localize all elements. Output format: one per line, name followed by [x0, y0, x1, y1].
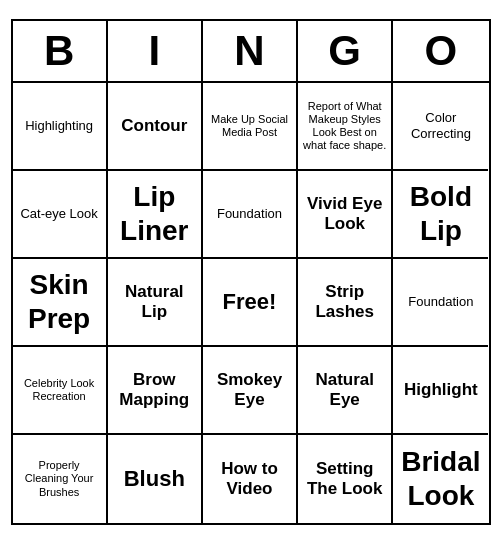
bingo-header: BINGO [13, 21, 489, 83]
cell-label: Smokey Eye [207, 370, 292, 411]
cell-label: Bold Lip [397, 180, 484, 247]
bingo-cell-20: Properly Cleaning Your Brushes [13, 435, 108, 523]
cell-label: Highlighting [25, 118, 93, 134]
bingo-cell-19: Highlight [393, 347, 488, 435]
bingo-cell-6: Lip Liner [108, 171, 203, 259]
bingo-letter-i: I [108, 21, 203, 81]
cell-label: How to Video [207, 459, 292, 500]
cell-label: Free! [223, 289, 277, 315]
bingo-cell-5: Cat-eye Look [13, 171, 108, 259]
cell-label: Make Up Social Media Post [207, 113, 292, 139]
bingo-letter-o: O [393, 21, 488, 81]
bingo-card: BINGO HighlightingContourMake Up Social … [11, 19, 491, 525]
bingo-cell-23: Setting The Look [298, 435, 393, 523]
bingo-cell-17: Smokey Eye [203, 347, 298, 435]
bingo-cell-2: Make Up Social Media Post [203, 83, 298, 171]
cell-label: Bridal Look [397, 445, 484, 512]
cell-label: Foundation [217, 206, 282, 222]
bingo-cell-14: Foundation [393, 259, 488, 347]
cell-label: Report of What Makeup Styles Look Best o… [302, 100, 387, 153]
bingo-cell-16: Brow Mapping [108, 347, 203, 435]
bingo-cell-3: Report of What Makeup Styles Look Best o… [298, 83, 393, 171]
bingo-cell-22: How to Video [203, 435, 298, 523]
bingo-cell-9: Bold Lip [393, 171, 488, 259]
bingo-cell-7: Foundation [203, 171, 298, 259]
cell-label: Celebrity Look Recreation [17, 377, 102, 403]
bingo-cell-15: Celebrity Look Recreation [13, 347, 108, 435]
bingo-cell-12: Free! [203, 259, 298, 347]
cell-label: Highlight [404, 380, 478, 400]
bingo-cell-8: Vivid Eye Look [298, 171, 393, 259]
bingo-cell-13: Strip Lashes [298, 259, 393, 347]
cell-label: Setting The Look [302, 459, 387, 500]
cell-label: Vivid Eye Look [302, 194, 387, 235]
cell-label: Contour [121, 116, 187, 136]
bingo-cell-18: Natural Eye [298, 347, 393, 435]
bingo-letter-g: G [298, 21, 393, 81]
bingo-cell-4: Color Correcting [393, 83, 488, 171]
cell-label: Lip Liner [112, 180, 197, 247]
bingo-letter-n: N [203, 21, 298, 81]
cell-label: Blush [124, 466, 185, 492]
bingo-cell-10: Skin Prep [13, 259, 108, 347]
cell-label: Strip Lashes [302, 282, 387, 323]
bingo-cell-21: Blush [108, 435, 203, 523]
bingo-grid: HighlightingContourMake Up Social Media … [13, 83, 489, 523]
cell-label: Skin Prep [17, 268, 102, 335]
bingo-cell-24: Bridal Look [393, 435, 488, 523]
cell-label: Foundation [408, 294, 473, 310]
bingo-letter-b: B [13, 21, 108, 81]
bingo-cell-1: Contour [108, 83, 203, 171]
bingo-cell-11: Natural Lip [108, 259, 203, 347]
cell-label: Natural Eye [302, 370, 387, 411]
bingo-cell-0: Highlighting [13, 83, 108, 171]
cell-label: Color Correcting [397, 110, 484, 141]
cell-label: Properly Cleaning Your Brushes [17, 459, 102, 499]
cell-label: Natural Lip [112, 282, 197, 323]
cell-label: Brow Mapping [112, 370, 197, 411]
cell-label: Cat-eye Look [20, 206, 97, 222]
